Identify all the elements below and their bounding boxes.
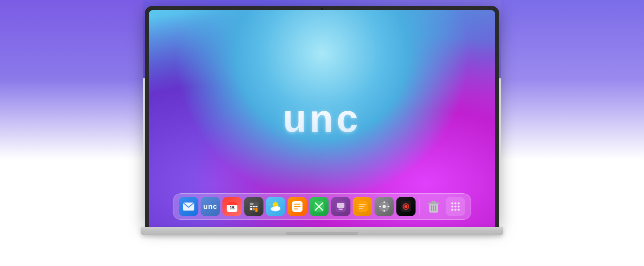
laptop-screen-inner: unc unc 15 <box>149 10 495 227</box>
dock-separator <box>420 198 420 215</box>
svg-point-50 <box>458 203 460 205</box>
svg-point-18 <box>273 206 281 211</box>
svg-point-56 <box>458 209 460 211</box>
svg-rect-37 <box>379 206 381 207</box>
side-gradient-right <box>501 0 644 266</box>
screen-wallpaper: unc unc 15 <box>149 10 495 227</box>
svg-rect-28 <box>339 209 343 210</box>
svg-rect-12 <box>256 208 258 212</box>
svg-point-41 <box>405 205 408 208</box>
svg-rect-9 <box>253 206 255 207</box>
dock-icon-reminders[interactable] <box>288 197 307 216</box>
dock-icon-weather[interactable] <box>266 197 285 216</box>
laptop: unc unc 15 <box>145 6 499 235</box>
svg-rect-14 <box>275 201 276 203</box>
dock-icon-mail[interactable] <box>179 197 198 216</box>
svg-rect-7 <box>250 206 252 207</box>
svg-rect-44 <box>432 201 436 203</box>
svg-rect-10 <box>253 208 255 210</box>
svg-point-55 <box>454 209 456 211</box>
laptop-base <box>141 227 503 235</box>
dock-icon-screenrecord[interactable] <box>396 197 416 216</box>
svg-rect-8 <box>250 208 252 210</box>
svg-rect-35 <box>384 201 385 203</box>
dock-icon-trash[interactable] <box>424 197 444 216</box>
dock-icon-calendar[interactable]: 15 <box>223 197 242 216</box>
side-bg-right <box>501 0 644 266</box>
unc-logo-text: unc <box>283 97 361 140</box>
svg-point-51 <box>451 206 453 208</box>
page-wrapper: unc unc 15 <box>0 0 644 266</box>
laptop-screen-shell: unc unc 15 <box>145 6 499 227</box>
svg-rect-16 <box>270 205 271 205</box>
dock-icon-unc[interactable]: unc <box>201 197 220 216</box>
svg-rect-11 <box>256 206 258 207</box>
side-bg-left <box>0 0 143 266</box>
svg-point-49 <box>454 203 456 205</box>
unc-logo: unc <box>283 99 361 138</box>
svg-point-48 <box>451 203 453 205</box>
side-gradient-left <box>0 0 143 266</box>
dock-icon-calculator[interactable] <box>244 197 264 216</box>
dock-icon-freeform[interactable] <box>310 197 329 216</box>
dock-icon-screens[interactable] <box>331 197 351 216</box>
svg-rect-27 <box>337 203 345 208</box>
svg-rect-6 <box>250 203 254 205</box>
dock-icon-grid[interactable] <box>446 197 465 216</box>
svg-rect-38 <box>388 206 390 207</box>
svg-rect-31 <box>359 206 365 207</box>
svg-point-53 <box>458 206 460 208</box>
dock-icon-settings[interactable] <box>375 197 394 216</box>
svg-rect-30 <box>359 204 366 205</box>
svg-rect-36 <box>384 210 385 212</box>
svg-point-34 <box>383 205 386 208</box>
dock: unc 15 <box>173 193 471 220</box>
svg-text:15: 15 <box>229 205 234 210</box>
svg-rect-32 <box>359 208 363 209</box>
dock-icon-notes[interactable] <box>353 197 372 216</box>
svg-point-54 <box>451 209 453 211</box>
svg-point-52 <box>454 206 456 208</box>
